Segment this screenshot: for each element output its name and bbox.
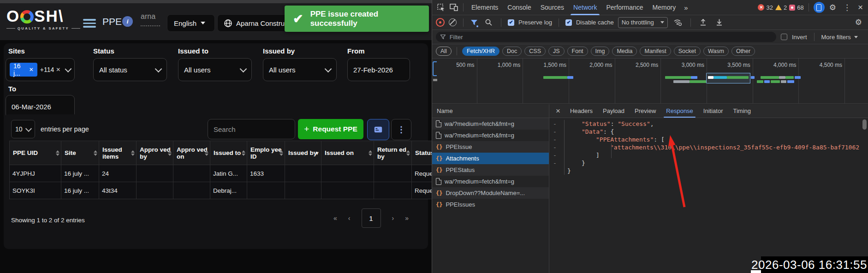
more-tabs-icon[interactable]: » [681, 4, 690, 12]
page-size-select[interactable]: 10 [11, 120, 35, 138]
network-settings-icon[interactable]: ⚙ [853, 18, 864, 27]
type-chip-wasm[interactable]: Wasm [703, 47, 729, 56]
type-chip-socket[interactable]: Socket [674, 47, 701, 56]
detail-tab-timing[interactable]: Timing [728, 104, 756, 118]
network-filter-input[interactable] [449, 33, 772, 41]
fold-marker[interactable]: - [549, 136, 565, 143]
issued-by-dropdown[interactable]: All users [263, 58, 337, 81]
more-filters-button[interactable]: More filters [821, 34, 858, 41]
export-har-icon[interactable] [713, 17, 725, 28]
devtools-settings-icon[interactable]: ⚙ [827, 3, 838, 12]
type-chip-other[interactable]: Other [731, 47, 755, 56]
sort-icon[interactable] [94, 150, 97, 156]
sort-icon[interactable] [131, 150, 135, 156]
errors-badge[interactable]: ✕32 [758, 4, 773, 11]
type-chip-media[interactable]: Media [612, 47, 637, 56]
type-chip-img[interactable]: Img [591, 47, 610, 56]
warnings-badge[interactable]: 2 [775, 4, 787, 11]
network-filter-pill[interactable] [436, 32, 776, 42]
network-request-row[interactable]: {}PPEIssue [432, 141, 549, 153]
type-chip-doc[interactable]: Doc [502, 47, 522, 56]
current-page-button[interactable]: 1 [362, 208, 381, 228]
type-chip-manifest[interactable]: Manifest [640, 47, 671, 56]
network-request-row[interactable]: wa/?medium=fetch&fmt=g [432, 130, 549, 141]
network-request-row[interactable]: wa/?medium=fetch&fmt=g [432, 118, 549, 130]
column-header-emplo-yee-id[interactable]: Emplo yee ID [247, 141, 285, 165]
sort-icon[interactable] [205, 150, 208, 156]
fold-marker[interactable] [549, 167, 565, 175]
remote-debug-icon[interactable] [814, 2, 825, 13]
fold-marker[interactable]: - [549, 128, 565, 136]
detail-tab-payload[interactable]: Payload [598, 104, 630, 118]
from-date-field[interactable]: 27-Feb-2026 [347, 58, 410, 81]
sort-icon[interactable]: ▼ [315, 150, 320, 156]
next-page-button[interactable]: › [392, 214, 394, 222]
filter-icon[interactable] [470, 17, 478, 28]
detail-tab-response[interactable]: Response [661, 104, 698, 118]
sites-multiselect[interactable]: 16 j...✕ +114✕ [6, 58, 75, 81]
devtools-tab-elements[interactable]: Elements [467, 0, 503, 15]
prev-page-button[interactable]: ‹ [348, 214, 351, 222]
network-request-row[interactable]: wa/?medium=fetch&fmt=g [432, 176, 549, 187]
clear-network-log-icon[interactable] [449, 18, 457, 26]
devtools-close-icon[interactable]: × [856, 2, 865, 12]
request-list-header[interactable]: Name [432, 104, 549, 118]
scrollbar-thumb[interactable] [862, 119, 867, 130]
search-input[interactable] [208, 119, 295, 139]
type-chip-fetch-xhr[interactable]: Fetch/XHR [462, 47, 499, 56]
last-page-button[interactable]: » [405, 214, 409, 222]
column-header-issued-on[interactable]: Issued on [321, 141, 374, 165]
issued-to-dropdown[interactable]: All users [178, 58, 252, 81]
network-request-row[interactable]: {}PPEIssues [432, 199, 549, 210]
column-header-appro-ved-by[interactable]: Appro ved by [137, 141, 173, 165]
preserve-log-checkbox[interactable]: ✔ [508, 19, 514, 26]
clear-sites-icon[interactable]: ✕ [56, 66, 60, 73]
network-overview-timeline[interactable]: 500 ms1,000 ms1,500 ms2,000 ms2,500 ms3,… [432, 59, 868, 104]
remove-site-icon[interactable]: ✕ [29, 66, 34, 73]
detail-tab-preview[interactable]: Preview [630, 104, 661, 118]
fold-marker[interactable]: - [549, 159, 565, 167]
close-detail-icon[interactable]: × [551, 107, 565, 116]
inspect-element-icon[interactable] [435, 2, 447, 13]
disable-cache-checkbox[interactable]: ✔ [565, 19, 572, 26]
devtools-tab-performance[interactable]: Performance [601, 0, 648, 15]
table-menu-button[interactable]: ⋮ [391, 119, 411, 140]
network-request-row[interactable]: {}Attachments [432, 153, 549, 164]
search-icon[interactable] [482, 17, 494, 28]
sort-icon[interactable] [168, 150, 172, 156]
type-chip-css[interactable]: CSS [524, 47, 546, 56]
throttling-select[interactable]: No throttling [618, 17, 668, 28]
sort-icon[interactable] [406, 150, 410, 156]
devtools-tab-memory[interactable]: Memory [648, 0, 681, 15]
sort-icon[interactable] [369, 150, 372, 156]
network-request-row[interactable]: {}PPEStatus [432, 164, 549, 176]
column-header-issued-by[interactable]: Issued by▼ [285, 141, 321, 165]
hamburger-menu-icon[interactable] [83, 17, 96, 30]
device-toolbar-icon[interactable] [448, 2, 460, 13]
sites-more-count[interactable]: +114✕ [40, 66, 61, 73]
first-page-button[interactable]: « [333, 214, 337, 222]
column-header-return-ed-by[interactable]: Return ed by [374, 141, 412, 165]
info-icon[interactable]: i [122, 16, 133, 27]
response-body-viewer[interactable]: -"Status": "Success",-"Data": {-"PPEAtta… [549, 118, 868, 175]
column-header-ppe-uid[interactable]: PPE UID [10, 141, 61, 165]
import-har-icon[interactable] [697, 17, 709, 28]
invert-checkbox[interactable] [781, 34, 787, 40]
type-chip-js[interactable]: JS [548, 47, 565, 56]
sort-icon[interactable] [242, 150, 245, 156]
devtools-tab-network[interactable]: Network [569, 0, 601, 15]
request-ppe-button[interactable]: + Request PPE [298, 119, 363, 139]
devtools-menu-icon[interactable]: ⋮ [841, 3, 853, 12]
sort-icon[interactable] [56, 150, 59, 156]
sort-icon[interactable] [279, 150, 283, 156]
type-chip-font[interactable]: Font [567, 47, 588, 56]
fold-marker[interactable]: - [549, 120, 565, 128]
type-chip-all[interactable]: All [436, 47, 452, 56]
column-header-site[interactable]: Site [61, 141, 99, 165]
column-header-appro-ved-on[interactable]: Appro ved on [173, 141, 210, 165]
language-selector[interactable]: English [167, 14, 215, 32]
network-conditions-icon[interactable] [672, 17, 684, 28]
column-header-issued-items[interactable]: Issued items [99, 141, 137, 165]
card-view-button[interactable] [367, 119, 389, 140]
devtools-tab-console[interactable]: Console [503, 0, 535, 15]
